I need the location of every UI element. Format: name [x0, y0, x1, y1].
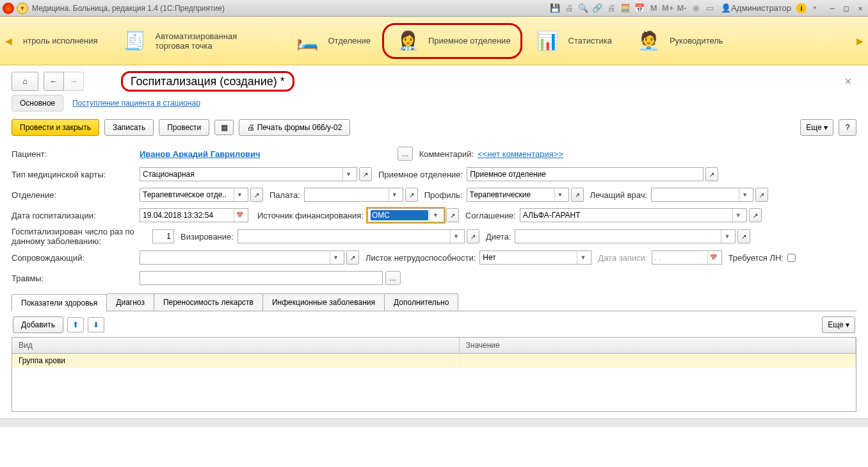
doctor-open-button[interactable]: ↗	[755, 188, 768, 202]
print-icon[interactable]: 🖨	[563, 3, 575, 14]
profile-open-button[interactable]: ↗	[571, 188, 584, 202]
subtab-diagnosis[interactable]: Диагноз	[106, 293, 154, 311]
chevron-down-icon[interactable]: ▼	[554, 188, 566, 201]
chevron-down-icon[interactable]: ▼	[577, 251, 588, 264]
diet-combo[interactable]: ▼	[515, 229, 735, 243]
patient-select-button[interactable]: …	[398, 147, 413, 161]
chevron-down-icon[interactable]: ▼	[234, 188, 245, 201]
user-label[interactable]: 👤 Администратор	[718, 3, 794, 14]
admission-dept-combo[interactable]: Приемное отделение	[467, 167, 703, 181]
injuries-select-button[interactable]: …	[385, 271, 401, 285]
add-button[interactable]: Добавить	[13, 316, 63, 333]
chevron-down-icon[interactable]: ▼	[721, 230, 732, 243]
info-dd-icon[interactable]: ▼	[809, 3, 821, 14]
cashregister-icon: 🧾	[121, 27, 149, 55]
subtab-infections[interactable]: Инфекционные заболевания	[262, 293, 385, 311]
vising-combo[interactable]: ▼	[237, 229, 465, 243]
m-icon[interactable]: M	[648, 3, 659, 14]
hosp-date-field[interactable]: 19.04.2018 13:32:54📅	[140, 208, 248, 222]
chevron-down-icon[interactable]: ▼	[330, 251, 341, 264]
zoom-icon[interactable]: ⊕	[690, 3, 702, 14]
chevron-down-icon[interactable]: ▼	[342, 168, 354, 181]
save-button[interactable]: Записать	[104, 119, 154, 136]
card-type-combo[interactable]: Стационарная▼	[140, 167, 357, 181]
post-and-close-button[interactable]: Провести и закрыть	[12, 119, 99, 136]
subtable-more-button[interactable]: Еще ▾	[822, 316, 855, 333]
layout-icon[interactable]: ▭	[704, 3, 716, 14]
calc-icon[interactable]: 🧮	[620, 3, 631, 14]
agreement-open-button[interactable]: ↗	[749, 208, 762, 222]
dept-combo[interactable]: Терапевтическое отде..▼	[140, 188, 248, 202]
structure-button[interactable]: ▦	[214, 120, 234, 135]
ward-open-button[interactable]: ↗	[405, 188, 418, 202]
section-statistics[interactable]: 📊 Статистика	[522, 23, 623, 59]
chevron-down-icon[interactable]: ▼	[739, 188, 750, 201]
section-department[interactable]: 🛏️ Отделение	[282, 23, 383, 59]
escort-open-button[interactable]: ↗	[346, 250, 359, 265]
hosp-count-input[interactable]	[152, 229, 174, 243]
injuries-input[interactable]	[140, 271, 383, 285]
print-form-button[interactable]: 🖨 Печать формы 066/у-02	[239, 119, 350, 136]
info-icon[interactable]: i	[796, 3, 807, 13]
home-button[interactable]: ⌂	[12, 72, 38, 91]
mplus-icon[interactable]: M+	[662, 3, 673, 14]
section-scroll-left[interactable]: ◀	[5, 36, 12, 46]
chevron-down-icon[interactable]: ▼	[732, 209, 744, 222]
move-up-button[interactable]: ⬆	[67, 317, 84, 332]
chevron-down-icon[interactable]: ▼	[389, 188, 400, 201]
chevron-down-icon[interactable]: ▼	[450, 230, 462, 243]
cell-kind: Группа крови	[12, 354, 460, 368]
mminus-icon[interactable]: M-	[676, 3, 687, 14]
diet-open-button[interactable]: ↗	[737, 229, 750, 243]
dept-open-button[interactable]: ↗	[250, 188, 263, 202]
fin-source-combo[interactable]: ОМС▼	[367, 208, 444, 222]
app-menu-dropdown[interactable]: ▼	[17, 3, 28, 14]
more-button[interactable]: Еще ▾	[800, 119, 833, 136]
subtab-health[interactable]: Показатели здоровья	[12, 294, 107, 311]
label-need-ln: Требуется ЛН:	[722, 253, 787, 263]
close-window-button[interactable]: ✕	[855, 3, 865, 13]
print2-icon[interactable]: 🖨	[606, 3, 617, 14]
col-header-kind[interactable]: Вид	[12, 338, 460, 353]
maximize-button[interactable]: □	[841, 3, 851, 13]
col-header-value[interactable]: Значение	[460, 338, 856, 353]
save-icon[interactable]: 💾	[549, 3, 561, 14]
section-pos[interactable]: 🧾 Автоматизированная торговая точка	[109, 23, 282, 59]
post-button[interactable]: Провести	[159, 119, 209, 136]
table-row[interactable]: Группа крови	[12, 354, 856, 368]
move-down-button[interactable]: ⬇	[88, 317, 104, 332]
sick-leave-combo[interactable]: Нет▼	[479, 250, 591, 265]
doctor-combo[interactable]: ▼	[651, 188, 753, 202]
profile-combo[interactable]: Терапевтические▼	[467, 188, 569, 202]
subtab-allergy[interactable]: Переносимость лекарств	[154, 293, 263, 311]
tab-link-admission[interactable]: Поступление пациента в стационар	[72, 99, 200, 108]
calendar-icon[interactable]: 📅	[634, 3, 645, 14]
minimize-button[interactable]: —	[827, 3, 837, 13]
fin-source-open-button[interactable]: ↗	[446, 208, 459, 222]
forward-button[interactable]: →	[63, 72, 84, 91]
section-scroll-right[interactable]: ▶	[856, 36, 863, 46]
comment-link[interactable]: <<нет комментария>>	[478, 149, 563, 159]
patient-link[interactable]: Иванов Аркадий Гаврилович	[140, 149, 261, 159]
link-icon[interactable]: 🔗	[591, 3, 603, 14]
need-ln-checkbox[interactable]	[787, 254, 796, 262]
ward-combo[interactable]: ▼	[304, 188, 403, 202]
back-button[interactable]: ←	[44, 72, 64, 91]
subtab-additional[interactable]: Дополнительно	[384, 293, 458, 311]
chevron-down-icon[interactable]: ▼	[430, 209, 441, 222]
agreement-combo[interactable]: АЛЬФА-ГАРАНТ▼	[520, 208, 747, 222]
card-type-open-button[interactable]: ↗	[359, 167, 372, 181]
section-manager[interactable]: 🧑‍💼 Руководитель	[623, 23, 735, 59]
admission-dept-open-button[interactable]: ↗	[705, 167, 718, 181]
section-control[interactable]: нтроль исполнения	[12, 32, 109, 49]
calendar-icon[interactable]: 📅	[234, 209, 245, 222]
vising-open-button[interactable]: ↗	[467, 229, 479, 243]
tab-main[interactable]: Основное	[12, 95, 63, 111]
close-form-button[interactable]: ×	[839, 72, 856, 91]
escort-combo[interactable]: ▼	[140, 250, 344, 265]
search-icon[interactable]: 🔍	[577, 3, 589, 14]
section-admission[interactable]: 👩‍⚕️ Приемное отделение	[382, 23, 522, 59]
help-button[interactable]: ?	[839, 119, 856, 136]
table-body[interactable]: Группа крови	[12, 354, 856, 411]
label-fin-source: Источник финансирования:	[248, 211, 367, 220]
